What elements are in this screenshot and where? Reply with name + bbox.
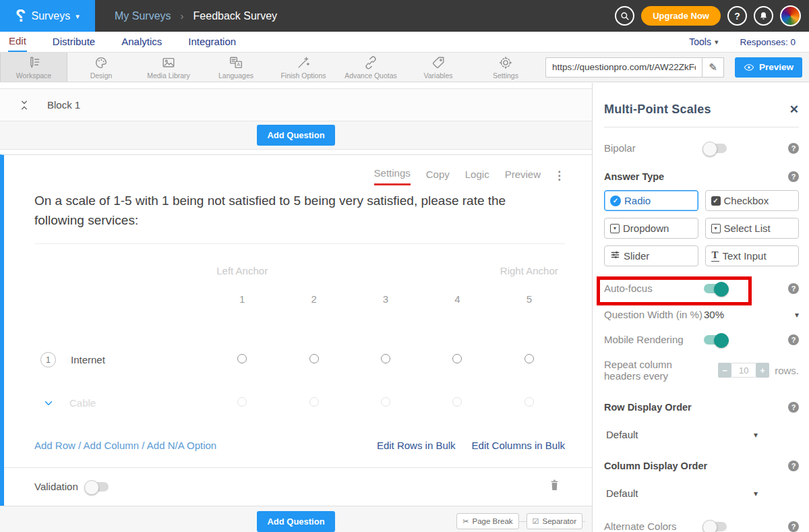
toolbar-item-variables[interactable]: Variables [404, 53, 472, 82]
toolbar-item-finish-options[interactable]: Finish Options [270, 53, 337, 82]
question-width-value[interactable]: 30% [704, 309, 724, 320]
answer-type-checkbox[interactable]: ✓ Checkbox [705, 190, 800, 211]
collapse-block-button[interactable] [18, 99, 30, 111]
validation-label: Validation [34, 481, 78, 492]
workspace-icon [26, 55, 41, 70]
column-header[interactable]: 4 [421, 293, 493, 305]
edit-columns-in-bulk-link[interactable]: Edit Columns in Bulk [472, 440, 565, 451]
mobile-rendering-toggle[interactable] [704, 335, 727, 345]
nav-right: Tools ▾ Responses: 0 [689, 36, 796, 47]
repeat-headers-input[interactable] [731, 363, 756, 378]
tab-integration[interactable]: Integration [187, 32, 237, 51]
question-card: Settings Copy Logic Preview ⋮ On a scale… [0, 154, 592, 506]
add-na-option-link[interactable]: Add N/A Option [147, 440, 216, 451]
column-header[interactable]: 5 [493, 293, 565, 305]
column-header[interactable]: 1 [206, 293, 278, 305]
answer-type-text-input[interactable]: T Text Input [705, 245, 800, 266]
toolbar-item-media-library[interactable]: Media Library [135, 53, 202, 82]
add-row-link[interactable]: Add Row [34, 440, 76, 451]
answer-type-radio[interactable]: ✓ Radio [604, 190, 698, 211]
separator-button[interactable]: ☑ Separator [527, 513, 582, 529]
radio-option[interactable] [309, 354, 319, 363]
upgrade-now-button[interactable]: Upgrade Now [641, 6, 721, 26]
search-button[interactable] [615, 6, 634, 26]
toolbar-item-workspace[interactable]: Workspace [0, 53, 67, 82]
toolbar-item-languages[interactable]: A Languages [202, 53, 270, 82]
help-icon[interactable]: ? [788, 143, 799, 154]
row-display-order-select[interactable]: Default ▾ [606, 429, 758, 440]
add-question-row-top: Add Question [0, 121, 592, 150]
question-tab-copy[interactable]: Copy [426, 169, 450, 185]
palette-icon [94, 55, 109, 70]
panel-title: Multi-Point Scales [604, 102, 711, 117]
question-tab-settings[interactable]: Settings [374, 167, 411, 185]
question-tab-preview[interactable]: Preview [505, 169, 541, 185]
help-icon[interactable]: ? [788, 283, 799, 294]
preview-button[interactable]: Preview [735, 57, 802, 78]
column-header[interactable]: 3 [350, 293, 421, 305]
close-panel-button[interactable]: ✕ [789, 104, 799, 115]
right-anchor-label[interactable]: Right Anchor [493, 265, 565, 276]
validation-toggle[interactable] [86, 482, 109, 492]
radio-option[interactable] [237, 354, 247, 363]
radio-option[interactable] [525, 397, 534, 407]
tab-analytics[interactable]: Analytics [121, 32, 162, 51]
edit-rows-in-bulk-link[interactable]: Edit Rows in Bulk [377, 440, 456, 451]
auto-focus-toggle[interactable] [704, 284, 727, 293]
topbar-actions: Upgrade Now ? [615, 5, 809, 26]
tab-distribute[interactable]: Distribute [52, 32, 96, 51]
notifications-button[interactable] [754, 6, 773, 26]
help-icon[interactable]: ? [788, 171, 799, 182]
page-break-button[interactable]: ✂ Page Break [456, 513, 518, 529]
answer-type-select-list[interactable]: ▾ Select List [705, 218, 800, 239]
validation-row: Validation [34, 468, 565, 506]
answer-type-dropdown[interactable]: ▾ Dropdown [604, 218, 698, 239]
question-text[interactable]: On a scale of 1-5 with 1 being not satis… [34, 191, 557, 231]
repeat-headers-label: Repeat column headers every [604, 359, 709, 382]
chevron-down-icon[interactable] [42, 397, 55, 409]
radio-option[interactable] [381, 397, 390, 407]
chevron-down-icon: ▾ [715, 38, 719, 47]
stepper-plus-button[interactable]: + [756, 363, 769, 378]
tools-menu[interactable]: Tools ▾ [689, 36, 718, 47]
avatar[interactable] [780, 5, 801, 26]
help-icon[interactable]: ? [788, 461, 799, 471]
question-tab-logic[interactable]: Logic [465, 169, 489, 185]
repeat-headers-stepper: − + [718, 363, 769, 378]
add-question-button-top[interactable]: Add Question [257, 125, 334, 146]
bipolar-row: Bipolar ? [604, 142, 799, 154]
toolbar-item-design[interactable]: Design [67, 53, 135, 82]
stepper-minus-button[interactable]: − [718, 363, 731, 378]
radio-option[interactable] [237, 397, 247, 407]
radio-option[interactable] [452, 354, 462, 363]
help-button[interactable]: ? [727, 6, 747, 26]
block-title[interactable]: Block 1 [47, 99, 80, 111]
help-icon[interactable]: ? [788, 521, 799, 532]
radio-option[interactable] [381, 354, 390, 363]
add-column-link[interactable]: Add Column [84, 440, 140, 451]
add-question-button-bottom[interactable]: Add Question [257, 511, 334, 532]
alternate-colors-toggle[interactable] [704, 522, 727, 531]
row-label[interactable]: Internet [71, 354, 105, 365]
radio-option[interactable] [525, 354, 534, 363]
chevron-down-icon[interactable]: ▾ [795, 310, 799, 320]
toolbar-item-settings[interactable]: Settings [472, 53, 539, 82]
radio-option[interactable] [309, 397, 319, 407]
tab-edit[interactable]: Edit [8, 32, 27, 52]
left-anchor-label[interactable]: Left Anchor [206, 265, 278, 276]
breadcrumb-my-surveys[interactable]: My Surveys [115, 10, 171, 22]
surveys-product-menu[interactable]: ? Surveys ▾ [0, 0, 95, 32]
help-icon[interactable]: ? [788, 402, 799, 413]
survey-url-input[interactable] [545, 57, 702, 78]
toolbar-item-advance-quotas[interactable]: Advance Quotas [337, 53, 404, 82]
kebab-menu-icon[interactable]: ⋮ [553, 173, 565, 179]
column-header[interactable]: 2 [278, 293, 349, 305]
radio-option[interactable] [452, 397, 462, 407]
bipolar-toggle[interactable] [704, 144, 727, 153]
help-icon[interactable]: ? [788, 334, 799, 345]
edit-url-button[interactable]: ✎ [702, 57, 724, 78]
answer-type-slider[interactable]: Slider [604, 245, 698, 266]
row-label[interactable]: Cable [69, 397, 96, 409]
column-display-order-select[interactable]: Default ▾ [606, 487, 758, 499]
delete-question-button[interactable] [549, 479, 560, 494]
